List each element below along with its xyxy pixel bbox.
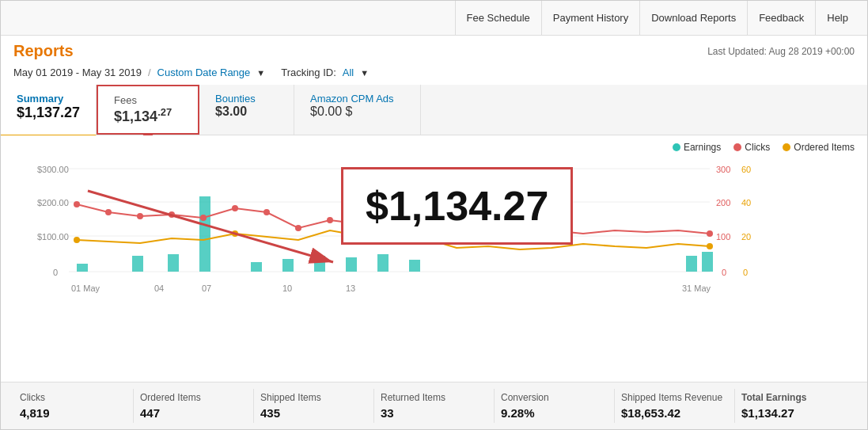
nav-fee-schedule[interactable]: Fee Schedule: [455, 1, 541, 35]
chart-area: Earnings Clicks Ordered Items $300.00 $2…: [1, 135, 867, 382]
earnings-dot: [673, 143, 680, 151]
svg-point-30: [137, 213, 143, 219]
top-nav: Fee Schedule Payment History Download Re…: [1, 1, 867, 36]
stat-total-label: Total Earnings: [741, 392, 848, 403]
tracking-dropdown-arrow[interactable]: ▼: [360, 68, 369, 78]
svg-text:31 May: 31 May: [682, 283, 711, 293]
svg-text:0: 0: [53, 268, 58, 277]
chart-legend: Earnings Clicks Ordered Items: [673, 142, 855, 153]
summary-label: Summary: [17, 93, 80, 105]
stat-clicks-value: 4,819: [20, 406, 127, 420]
svg-rect-20: [251, 262, 262, 272]
tabs-spacer: [421, 85, 867, 135]
bounties-label: Bounties: [215, 93, 278, 105]
svg-point-31: [169, 211, 175, 218]
stat-clicks: Clicks 4,819: [13, 389, 134, 423]
svg-text:200: 200: [716, 198, 730, 207]
svg-rect-26: [686, 256, 697, 272]
stat-shipped-label: Shipped Items: [260, 392, 367, 403]
page-title: Reports: [13, 42, 74, 60]
svg-point-28: [74, 201, 80, 207]
earnings-legend-label: Earnings: [684, 142, 721, 153]
svg-point-35: [295, 225, 301, 231]
nav-feedback[interactable]: Feedback: [747, 1, 815, 35]
tab-bounties[interactable]: Bounties $3.00: [199, 85, 294, 135]
svg-point-36: [327, 217, 333, 223]
custom-date-range-link[interactable]: Custom Date Range: [157, 67, 251, 78]
filter-bar: May 01 2019 - May 31 2019 / Custom Date …: [1, 63, 867, 85]
last-updated-text: Last Updated: Aug 28 2019 +00:00: [707, 46, 855, 57]
svg-rect-18: [168, 254, 179, 272]
tracking-id-value[interactable]: All: [343, 67, 354, 78]
svg-rect-19: [199, 196, 210, 272]
svg-point-32: [200, 215, 207, 221]
title-bar: Reports Last Updated: Aug 28 2019 +00:00: [1, 36, 867, 63]
stat-revenue-value: $18,653.42: [621, 406, 728, 420]
svg-point-29: [105, 209, 112, 215]
svg-text:0: 0: [722, 268, 726, 277]
svg-text:20: 20: [741, 232, 751, 242]
stat-ordered-value: 447: [140, 406, 247, 420]
custom-date-dropdown-arrow[interactable]: ▼: [256, 68, 265, 78]
svg-text:0: 0: [743, 268, 748, 277]
stat-returned-value: 33: [381, 406, 487, 420]
date-range-text: May 01 2019 - May 31 2019: [13, 67, 142, 78]
svg-point-44: [707, 243, 713, 249]
big-value-box: $1,134.27: [341, 167, 573, 245]
tab-amazon-cpm[interactable]: Amazon CPM Ads $0.00 $: [294, 85, 421, 135]
svg-text:13: 13: [346, 283, 355, 293]
nav-payment-history[interactable]: Payment History: [541, 1, 639, 35]
stat-total-earnings: Total Earnings $1,134.27: [735, 389, 855, 423]
clicks-legend-label: Clicks: [745, 142, 770, 153]
clicks-dot: [733, 143, 741, 151]
svg-rect-22: [314, 256, 325, 272]
svg-text:300: 300: [716, 165, 730, 174]
ordered-items-dot: [783, 143, 790, 151]
tab-fees[interactable]: Fees $1,134.27: [97, 85, 199, 135]
svg-text:40: 40: [741, 198, 751, 207]
nav-help[interactable]: Help: [815, 1, 859, 35]
stat-revenue-label: Shipped Items Revenue: [621, 392, 728, 403]
tracking-id-label: Tracking ID:: [281, 67, 336, 78]
cpm-label: Amazon CPM Ads: [310, 93, 404, 105]
svg-text:$300.00: $300.00: [37, 165, 69, 174]
stat-conversion-value: 9.28%: [501, 406, 608, 420]
svg-rect-17: [132, 256, 143, 272]
fees-label: Fees: [114, 94, 182, 106]
nav-download-reports[interactable]: Download Reports: [639, 1, 747, 35]
svg-text:07: 07: [202, 283, 211, 293]
app-container: Fee Schedule Payment History Download Re…: [0, 0, 868, 430]
svg-point-33: [232, 205, 238, 211]
summary-value: $1,137.27: [17, 105, 80, 121]
ordered-items-legend-label: Ordered Items: [794, 142, 855, 153]
svg-rect-27: [702, 252, 713, 272]
stat-clicks-label: Clicks: [20, 392, 127, 403]
svg-point-34: [263, 209, 270, 215]
svg-text:$100.00: $100.00: [37, 232, 69, 242]
svg-rect-24: [377, 254, 389, 272]
svg-rect-25: [409, 260, 420, 272]
stat-returned-items: Returned Items 33: [374, 389, 495, 423]
svg-text:10: 10: [282, 283, 292, 293]
stat-total-value: $1,134.27: [741, 406, 848, 420]
stat-returned-label: Returned Items: [381, 392, 487, 403]
tabs-section: Summary $1,137.27 Fees $1,134.27 Bountie…: [1, 85, 867, 135]
svg-rect-23: [346, 257, 357, 272]
legend-clicks: Clicks: [733, 142, 770, 153]
legend-earnings: Earnings: [673, 142, 721, 153]
svg-text:01 May: 01 May: [71, 283, 100, 293]
stat-shipped-items: Shipped Items 435: [254, 389, 374, 423]
cpm-value: $0.00 $: [310, 105, 404, 119]
svg-point-42: [232, 230, 238, 237]
tab-summary[interactable]: Summary $1,137.27: [1, 85, 97, 136]
filter-separator: /: [148, 67, 151, 78]
big-value-amount: $1,134.27: [366, 183, 548, 229]
stats-bar: Clicks 4,819 Ordered Items 447 Shipped I…: [1, 382, 867, 429]
fees-value: $1,134.27: [114, 106, 182, 125]
svg-rect-21: [282, 259, 294, 272]
svg-text:04: 04: [154, 283, 164, 293]
stat-shipped-value: 435: [260, 406, 367, 420]
legend-ordered-items: Ordered Items: [783, 142, 855, 153]
svg-rect-16: [77, 264, 88, 272]
stat-conversion-label: Conversion: [501, 392, 608, 403]
